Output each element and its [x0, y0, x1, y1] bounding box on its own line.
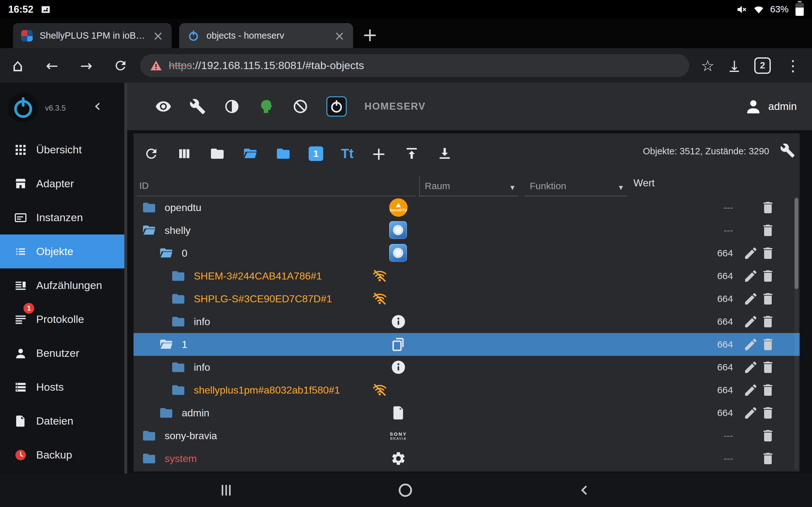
table-row-sony-bravia[interactable]: sony-bravia SONYBRAVIA ---: [134, 424, 800, 447]
edit-icon[interactable]: [743, 245, 758, 261]
folder-icon[interactable]: [171, 314, 186, 329]
sidebar-item-objekte[interactable]: Objekte: [0, 234, 124, 268]
edit-icon[interactable]: [743, 360, 758, 375]
address-bar[interactable]: https://192.168.115.15:8081/#tab-objects: [140, 54, 689, 77]
folder-icon[interactable]: [171, 291, 186, 306]
room-filter-select[interactable]: Raum ▾: [419, 176, 518, 196]
column-value-label: Wert: [633, 177, 655, 189]
sidebar-item-benutzer[interactable]: Benutzer: [0, 336, 124, 370]
log-count-badge: 1: [23, 303, 34, 314]
sidebar-item-uebersicht[interactable]: Übersicht: [0, 133, 124, 167]
function-filter-select[interactable]: Funktion ▾: [525, 176, 627, 196]
table-row-opendtu[interactable]: opendtu OpenDTU ---: [134, 196, 800, 219]
columns-icon[interactable]: [177, 146, 192, 161]
new-tab-button[interactable]: +: [362, 26, 378, 44]
object-value: ---: [687, 225, 733, 236]
sidebar-item-hosts[interactable]: Hosts: [0, 370, 124, 404]
delete-icon[interactable]: [760, 245, 775, 261]
tab-switcher-button[interactable]: 2: [754, 57, 771, 74]
folder-icon[interactable]: [142, 200, 156, 215]
back-button-android[interactable]: [576, 482, 591, 498]
delete-icon[interactable]: [760, 451, 775, 466]
delete-icon[interactable]: [760, 268, 775, 284]
expand-depth-one-button[interactable]: 1: [309, 147, 323, 161]
recents-button[interactable]: [218, 482, 234, 498]
table-row-shelly-0[interactable]: 0 664: [134, 242, 800, 265]
folder-icon[interactable]: [171, 383, 186, 397]
collapse-sidebar-icon[interactable]: ‹: [94, 97, 101, 114]
sidebar-item-protokolle[interactable]: Protokolle 1: [0, 302, 124, 336]
folder-icon[interactable]: [142, 451, 156, 466]
show-names-toggle[interactable]: Tt: [341, 146, 354, 161]
folder-icon[interactable]: [159, 406, 173, 420]
copy-icon[interactable]: [389, 335, 408, 354]
close-tab-icon[interactable]: ×: [334, 30, 345, 42]
delete-icon[interactable]: [760, 314, 775, 329]
sidebar-item-adapter[interactable]: Adapter: [0, 167, 124, 201]
folder-icon[interactable]: [171, 360, 186, 375]
edit-icon[interactable]: [743, 268, 758, 284]
table-row-admin[interactable]: admin 664: [134, 401, 800, 424]
table-row-shellyplus1pm[interactable]: shellyplus1pm#a8032ab1f580#1 664: [134, 379, 800, 401]
table-row-info-1[interactable]: info 664: [134, 356, 800, 379]
theme-toggle-icon[interactable]: [223, 98, 240, 115]
folder-icon[interactable]: [142, 429, 156, 443]
edit-icon[interactable]: [743, 314, 758, 329]
delete-icon[interactable]: [760, 428, 775, 443]
hide-view-eye-icon[interactable]: [155, 98, 171, 115]
bookmark-star-icon[interactable]: ☆: [701, 58, 714, 73]
scrollbar-thumb[interactable]: [795, 198, 798, 289]
edit-icon[interactable]: [743, 383, 758, 398]
delete-icon[interactable]: [760, 291, 775, 306]
tab-objects-homeserv[interactable]: objects - homeserv ×: [179, 23, 353, 48]
back-button[interactable]: ←: [44, 57, 60, 74]
delete-icon[interactable]: [760, 200, 775, 215]
user-menu[interactable]: admin: [744, 97, 797, 116]
collapse-level-folder-icon[interactable]: [275, 146, 291, 161]
close-tab-icon[interactable]: ×: [153, 30, 163, 42]
columns-settings-wrench-icon[interactable]: [780, 143, 795, 158]
table-row-shem3[interactable]: SHEM-3#244CAB41A786#1 664: [134, 265, 800, 287]
download-page-icon[interactable]: ↓: [729, 59, 740, 72]
edit-icon[interactable]: [743, 405, 758, 420]
table-row-info-0[interactable]: info 664: [134, 310, 800, 333]
sidebar-item-dateien[interactable]: Dateien: [0, 404, 124, 438]
delete-icon[interactable]: [760, 337, 775, 352]
browser-menu-icon[interactable]: ⋮: [785, 58, 801, 73]
sidebar-item-instanzen[interactable]: Instanzen: [0, 201, 124, 234]
folder-open-icon[interactable]: [159, 246, 173, 261]
download-tree-icon[interactable]: [437, 146, 452, 161]
table-row-shplgs[interactable]: SHPLG-S#3CE90ED7C87D#1 664: [134, 287, 800, 310]
edit-icon[interactable]: [743, 291, 758, 306]
sidebar-scrollbar[interactable]: [124, 83, 127, 473]
tab-shellyplus-article[interactable]: ShellyPLUS 1PM in ioBroker ×: [13, 23, 171, 48]
folder-open-icon[interactable]: [159, 337, 173, 352]
settings-wrench-icon[interactable]: [189, 98, 206, 115]
expert-mode-head-icon[interactable]: [258, 98, 274, 115]
reload-button[interactable]: [112, 57, 129, 74]
forward-button[interactable]: →: [78, 57, 95, 74]
admin-version: v6.3.5: [45, 104, 66, 112]
add-object-button[interactable]: +: [371, 145, 386, 163]
delete-icon[interactable]: [760, 360, 775, 375]
upload-tree-icon[interactable]: [404, 146, 419, 161]
folder-icon[interactable]: [171, 269, 186, 283]
refresh-icon[interactable]: [144, 146, 159, 161]
table-row-shelly[interactable]: shelly ---: [134, 219, 800, 242]
delete-icon[interactable]: [760, 223, 775, 238]
table-row-system[interactable]: system ---: [134, 447, 800, 470]
home-button[interactable]: ⌂: [9, 57, 26, 74]
table-row-shelly-1-selected[interactable]: 1 664: [134, 333, 800, 356]
expand-all-folder-open-icon[interactable]: [243, 146, 258, 161]
home-button-android[interactable]: [397, 482, 414, 498]
sidebar-item-aufzaehlungen[interactable]: Aufzählungen: [0, 268, 124, 302]
panel-scrollbar[interactable]: [795, 196, 798, 469]
sync-off-icon[interactable]: [292, 98, 309, 115]
collapse-all-folder-icon[interactable]: [210, 146, 225, 161]
security-warning-icon[interactable]: [150, 59, 162, 72]
sidebar-item-backup[interactable]: Backup: [0, 438, 124, 472]
delete-icon[interactable]: [760, 383, 775, 398]
delete-icon[interactable]: [760, 405, 775, 420]
folder-open-icon[interactable]: [142, 223, 156, 238]
edit-icon[interactable]: [743, 337, 758, 352]
